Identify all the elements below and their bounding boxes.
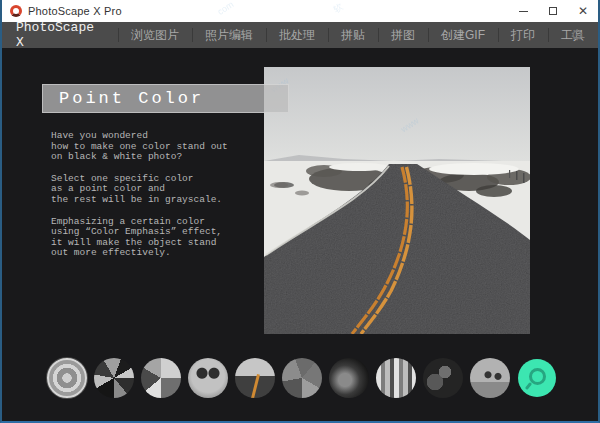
title-bar: PhotoScape X Pro ✕ xyxy=(2,0,598,22)
tab-batch[interactable]: 批处理 xyxy=(266,27,328,44)
thumbnail-collage-dark[interactable] xyxy=(94,358,134,398)
minimize-button[interactable] xyxy=(508,0,538,22)
thumbnail-collage-light[interactable] xyxy=(141,358,181,398)
sample-photo xyxy=(264,67,530,334)
app-logo-icon xyxy=(10,5,22,17)
menu-bar: PhotoScape X 浏览图片 照片编辑 批处理 拼贴 拼图 创建GIF 打… xyxy=(2,22,598,48)
tab-create-gif[interactable]: 创建GIF xyxy=(428,27,498,44)
tab-photoscape-x[interactable]: PhotoScape X xyxy=(2,20,118,50)
tab-collage[interactable]: 拼贴 xyxy=(328,27,378,44)
thumbnail-alley[interactable] xyxy=(376,358,416,398)
maximize-button[interactable] xyxy=(538,0,568,22)
description-paragraph: Select one specific color as a point col… xyxy=(51,174,276,206)
description-paragraph: Have you wondered how to make one color … xyxy=(51,131,276,163)
tab-print[interactable]: 打印 xyxy=(498,27,548,44)
feature-title: Point Color xyxy=(43,89,204,108)
description-paragraph: Emphasizing a certain color using “Color… xyxy=(51,217,276,259)
thumbnail-road-point-color[interactable] xyxy=(235,358,275,398)
close-icon: ✕ xyxy=(578,5,588,17)
thumbnail-still-life[interactable] xyxy=(282,358,322,398)
close-button[interactable]: ✕ xyxy=(568,0,598,22)
thumbnail-coin[interactable] xyxy=(47,358,87,398)
thumbnail-owl-face[interactable] xyxy=(188,358,228,398)
photoscape-window: PhotoScape X Pro ✕ PhotoScape X 浏览图片 照片编… xyxy=(0,0,600,423)
tab-combine[interactable]: 拼图 xyxy=(378,27,428,44)
magnifier-handle xyxy=(525,382,532,390)
window-title: PhotoScape X Pro xyxy=(28,5,122,17)
feature-description: Have you wondered how to make one color … xyxy=(51,131,276,270)
thumbnail-street[interactable] xyxy=(470,358,510,398)
zoom-search-button[interactable] xyxy=(518,359,556,397)
maximize-icon xyxy=(549,7,557,15)
thumbnail-hands[interactable] xyxy=(329,358,369,398)
settings-gear-icon[interactable]: ⚙ xyxy=(571,26,584,44)
tab-photo-edit[interactable]: 照片编辑 xyxy=(192,27,266,44)
tab-browse[interactable]: 浏览图片 xyxy=(118,27,192,44)
minimize-icon xyxy=(519,11,528,12)
feature-banner: Point Color xyxy=(42,84,289,113)
thumbnail-forest[interactable] xyxy=(423,358,463,398)
